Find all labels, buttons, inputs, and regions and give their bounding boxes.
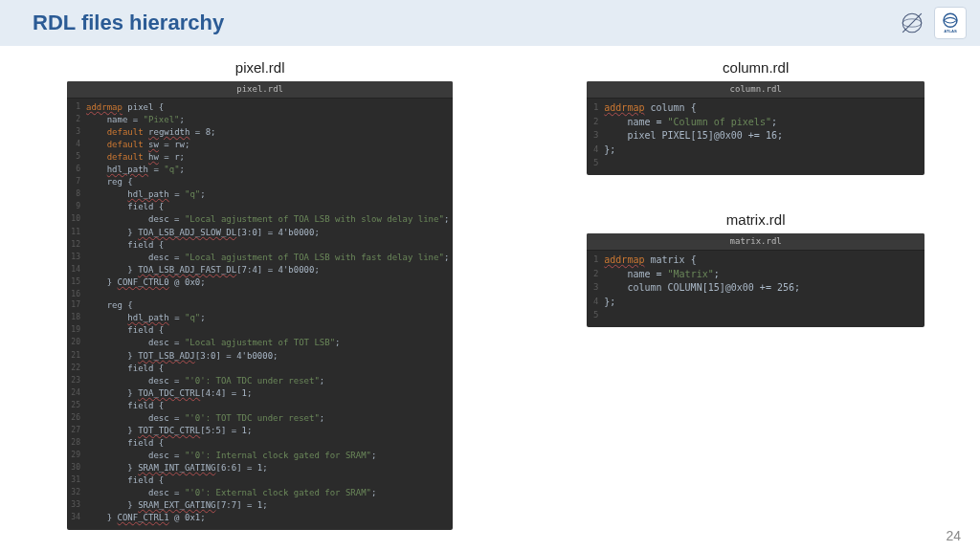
- svg-point-3: [944, 13, 957, 27]
- block-matrix: matrix.rdl matrix.rdl 1addrmap matrix {2…: [587, 211, 924, 327]
- column-right: column.rdl column.rdl 1addrmap column {2…: [587, 59, 924, 530]
- file-label-column: column.rdl: [587, 59, 924, 76]
- column-left: pixel.rdl pixel.rdl 1addrmap pixel {2 na…: [67, 59, 453, 530]
- editor-tab-column: column.rdl: [587, 81, 924, 99]
- atlas-logo: ATLAS: [934, 7, 967, 39]
- block-column: column.rdl column.rdl 1addrmap column {2…: [587, 59, 924, 175]
- editor-pixel: pixel.rdl 1addrmap pixel {2 name = "Pixe…: [67, 81, 453, 530]
- slide-title: RDL files hierarchy: [33, 11, 224, 35]
- editor-matrix: matrix.rdl 1addrmap matrix {2 name = "Ma…: [587, 233, 924, 327]
- editor-tab-matrix: matrix.rdl: [587, 233, 924, 251]
- logo-group: ATLAS: [896, 7, 967, 39]
- code-matrix: 1addrmap matrix {2 name = "Matrix";3 col…: [587, 251, 924, 327]
- code-column: 1addrmap column {2 name = "Column of pix…: [587, 99, 924, 175]
- code-pixel: 1addrmap pixel {2 name = "Pixel";3 defau…: [67, 99, 453, 530]
- page-number: 24: [946, 528, 961, 543]
- svg-text:ATLAS: ATLAS: [944, 29, 957, 33]
- slide-content: pixel.rdl pixel.rdl 1addrmap pixel {2 na…: [0, 46, 980, 530]
- editor-tab-pixel: pixel.rdl: [67, 81, 453, 99]
- cern-logo: [896, 7, 928, 39]
- editor-column: column.rdl 1addrmap column {2 name = "Co…: [587, 81, 924, 175]
- file-label-pixel: pixel.rdl: [67, 59, 453, 76]
- slide-header: RDL files hierarchy ATLAS: [0, 0, 980, 46]
- file-label-matrix: matrix.rdl: [587, 211, 924, 228]
